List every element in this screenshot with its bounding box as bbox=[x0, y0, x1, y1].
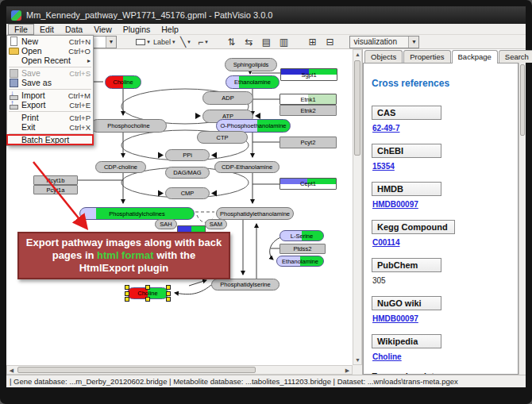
menubar-item-data[interactable]: Data bbox=[60, 24, 88, 35]
scroll-up-icon[interactable]: ▲ bbox=[353, 50, 362, 59]
menu-item-shortcut: Ctrl+O bbox=[68, 47, 91, 56]
menubar-item-plugins[interactable]: Plugins bbox=[118, 24, 156, 35]
status-bar: | Gene database: ...m_Derby_20120602.bri… bbox=[6, 375, 526, 387]
selection-handle[interactable] bbox=[125, 291, 129, 296]
canvas-horizontal-scrollbar[interactable]: ◀ ▶ bbox=[6, 365, 353, 375]
visualization-combobox[interactable]: visualization ▼ bbox=[349, 36, 419, 48]
save-as-icon bbox=[7, 78, 19, 87]
stack-columns-button[interactable]: ▥ bbox=[276, 36, 291, 48]
label-tool-button[interactable]: Label▾ bbox=[153, 36, 175, 48]
scroll-left-icon[interactable]: ◀ bbox=[7, 366, 16, 375]
pathway-node-sah[interactable]: SAH bbox=[155, 219, 177, 229]
file-menu-item-save-as[interactable]: Save as bbox=[7, 78, 93, 87]
export-icon bbox=[7, 100, 19, 110]
menubar-item-file[interactable]: File bbox=[8, 24, 34, 35]
tab-search[interactable]: Search bbox=[499, 50, 532, 63]
canvas-hscroll-thumb[interactable] bbox=[17, 367, 256, 373]
align-vertical-center-button[interactable]: ⇅ bbox=[224, 36, 238, 48]
datanode-tool-button[interactable]: ▾ bbox=[136, 36, 150, 48]
scroll-right-icon[interactable]: ▶ bbox=[343, 366, 352, 375]
pathway-node-phosphatidylserine[interactable]: Phosphatidylserine bbox=[211, 279, 279, 290]
pathway-node-ptdss2[interactable]: Ptdss2 bbox=[279, 244, 326, 254]
title-bar[interactable]: Mm_Kennedy_pathway_WP1771_45176.gpml - P… bbox=[6, 6, 526, 24]
pathway-node-cdp-choline[interactable]: CDP-choline bbox=[95, 161, 146, 173]
pathway-node-cept1[interactable]: Cept1 bbox=[279, 178, 337, 190]
xref-source-kegg-compound: Kegg Compound bbox=[372, 220, 455, 234]
xref-value-cas[interactable]: 62-49-7 bbox=[372, 124, 399, 133]
selection-handle[interactable] bbox=[166, 297, 171, 302]
status-text: | Gene database: ...m_Derby_20120602.bri… bbox=[10, 377, 458, 386]
xref-value-chebi[interactable]: 15354 bbox=[372, 162, 395, 171]
pathway-node-dag-mag[interactable]: DAG/MAG bbox=[165, 167, 210, 179]
pathway-node-sphingolipids[interactable]: Sphingolipids bbox=[225, 58, 277, 71]
pathway-node-pcyt2[interactable]: Pcyt2 bbox=[279, 137, 337, 148]
file-menu-item-batch-export[interactable]: Batch Export bbox=[7, 135, 93, 144]
align-vertical-icon: ⇅ bbox=[227, 37, 235, 47]
pathway-node-cdp-ethanolamine[interactable]: CDP-Ethanolamine bbox=[214, 161, 279, 173]
xref-value-kegg-compound[interactable]: C00114 bbox=[372, 238, 399, 247]
xref-value-wikipedia[interactable]: Choline bbox=[372, 352, 402, 361]
xref-source-wikipedia: Wikipedia bbox=[372, 334, 441, 348]
xref-value-nugo-wiki[interactable]: HMDB00097 bbox=[372, 314, 418, 323]
xref-value-hmdb[interactable]: HMDB00097 bbox=[372, 200, 418, 209]
selection-handle[interactable] bbox=[125, 285, 129, 290]
scroll-down-icon[interactable]: ▼ bbox=[353, 356, 362, 364]
menu-item-label: Save as bbox=[21, 78, 91, 87]
pathway-node-pcyt1b[interactable]: Pcyt1b bbox=[33, 175, 78, 185]
pathway-node-ethanolamine[interactable]: Ethanolamine bbox=[276, 256, 324, 267]
tab-backpage[interactable]: Backpage bbox=[452, 50, 498, 63]
visualization-dropdown-arrow-icon[interactable]: ▼ bbox=[408, 37, 418, 48]
canvas-vertical-scrollbar[interactable]: ▲ ▼ bbox=[353, 49, 362, 365]
tab-properties[interactable]: Properties bbox=[403, 50, 450, 63]
xref-source-hmdb: HMDB bbox=[372, 182, 441, 196]
file-menu-item-new[interactable]: NewCtrl+N bbox=[7, 37, 93, 46]
sidebar-vertical-scrollbar[interactable] bbox=[519, 63, 526, 375]
menubar-item-help[interactable]: Help bbox=[156, 24, 184, 35]
connector-tool-button[interactable]: ⌐▾ bbox=[195, 36, 210, 48]
file-menu-item-export[interactable]: ExportCtrl+E bbox=[7, 100, 93, 110]
pathway-node-cmp[interactable]: CMP bbox=[165, 187, 210, 199]
pathway-node-ppi[interactable]: PPi bbox=[165, 149, 210, 161]
align-horizontal-center-button[interactable]: ⇆ bbox=[241, 36, 256, 48]
pathway-node-l-serine[interactable]: L-Serine bbox=[279, 230, 324, 241]
xref-source-cas: CAS bbox=[372, 106, 441, 120]
menu-item-label: Open bbox=[21, 46, 68, 56]
menubar-item-view[interactable]: View bbox=[88, 24, 118, 35]
pathway-node-ctp[interactable]: CTP bbox=[197, 131, 248, 144]
selection-handle[interactable] bbox=[166, 291, 171, 296]
pathway-node-sam[interactable]: SAM bbox=[205, 219, 227, 229]
selection-handle[interactable] bbox=[166, 285, 171, 290]
menubar-item-edit[interactable]: Edit bbox=[34, 24, 60, 35]
file-menu-item-print[interactable]: PrintCtrl+P bbox=[7, 113, 93, 122]
menu-item-label: Batch Export bbox=[21, 135, 91, 144]
pathway-node-phosphatidylethanolamine[interactable]: Phosphatidylethanolamine bbox=[216, 207, 294, 220]
scrollbar-corner bbox=[353, 365, 362, 375]
file-menu-item-open-recent[interactable]: Open Recent▸ bbox=[7, 56, 93, 65]
file-menu-item-exit[interactable]: ExitCtrl+X bbox=[7, 122, 93, 132]
selection-handle[interactable] bbox=[145, 285, 150, 290]
pathway-node-ethanolamine[interactable]: Ethanolamine bbox=[226, 75, 279, 89]
selection-handle[interactable] bbox=[145, 297, 150, 302]
pathway-node-adp[interactable]: ADP bbox=[202, 91, 253, 105]
common-size-button[interactable]: ⊞ bbox=[305, 36, 319, 48]
sidebar-vscroll-thumb[interactable] bbox=[520, 64, 525, 136]
pathway-node-choline[interactable]: Choline bbox=[105, 75, 141, 89]
common-height-button[interactable]: ⊟ bbox=[322, 36, 337, 48]
stack-rows-icon: ▤ bbox=[262, 37, 271, 47]
file-menu-item-open[interactable]: OpenCtrl+O bbox=[7, 46, 93, 56]
selection-handle[interactable] bbox=[125, 297, 129, 302]
pathway-node-phosphatidylcholines[interactable]: Phosphatidylcholines bbox=[79, 207, 195, 220]
pathway-node-sgpl1[interactable]: Sgpl1 bbox=[280, 68, 337, 81]
pathway-node-pcyt1a[interactable]: Pcyt1a bbox=[33, 185, 78, 194]
file-menu-item-import[interactable]: ImportCtrl+M bbox=[7, 90, 93, 100]
pathway-node-phosphocholine[interactable]: Phosphocholine bbox=[91, 119, 167, 133]
stack-rows-button[interactable]: ▤ bbox=[259, 36, 273, 48]
canvas-vscroll-thumb[interactable] bbox=[354, 60, 360, 156]
line-tool-button[interactable]: ╲▾ bbox=[178, 36, 192, 48]
xref-value-pubchem: 305 bbox=[372, 276, 386, 285]
zoom-dropdown-arrow-icon[interactable]: ▼ bbox=[106, 37, 116, 48]
tab-objects[interactable]: Objects bbox=[364, 50, 403, 63]
pathway-node-etnk1[interactable]: Etnk1 bbox=[279, 94, 337, 105]
pathway-node-etnk2[interactable]: Etnk2 bbox=[279, 105, 337, 116]
backpage-panel: Cross references CAS62-49-7ChEBI15354HMD… bbox=[363, 63, 519, 375]
